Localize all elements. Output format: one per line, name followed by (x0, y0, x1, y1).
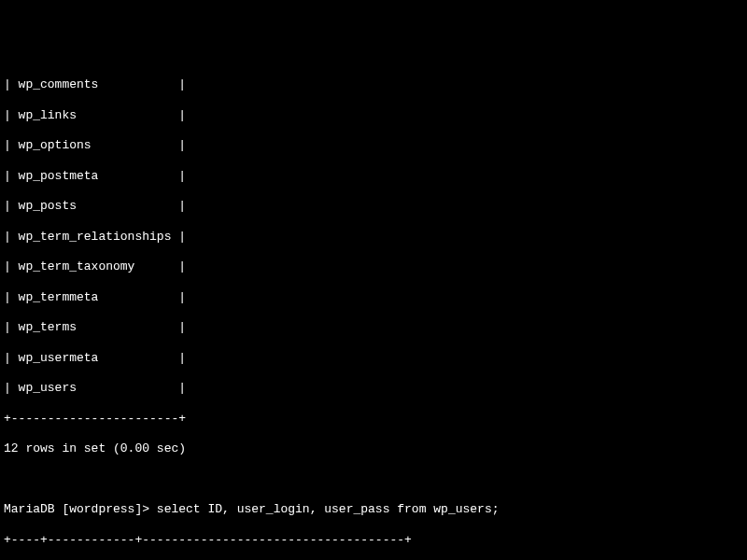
sql-prompt-line: MariaDB [wordpress]> select ID, user_log… (4, 502, 743, 517)
table-border: +-----------------------+ (4, 412, 743, 427)
table-row: | wp_users | (4, 381, 743, 396)
result-summary: 12 rows in set (0.00 sec) (4, 441, 743, 456)
blank-line (4, 472, 743, 487)
table-row: | wp_term_relationships | (4, 230, 743, 245)
db-prompt: MariaDB [wordpress]> (4, 502, 157, 516)
table-border: +----+------------+---------------------… (4, 533, 743, 548)
table-row: | wp_termmeta | (4, 290, 743, 305)
table-row: | wp_options | (4, 138, 743, 153)
table-row: | wp_comments | (4, 77, 743, 92)
sql-query: select ID, user_login, user_pass from wp… (157, 502, 500, 516)
table-row: | wp_postmeta | (4, 169, 743, 184)
table-row: | wp_terms | (4, 320, 743, 335)
terminal-output[interactable]: | wp_comments | | wp_links | | wp_option… (4, 63, 743, 560)
table-row: | wp_term_taxonomy | (4, 259, 743, 274)
table-row: | wp_links | (4, 108, 743, 123)
table-row: | wp_usermeta | (4, 351, 743, 366)
table-row: | wp_posts | (4, 199, 743, 214)
